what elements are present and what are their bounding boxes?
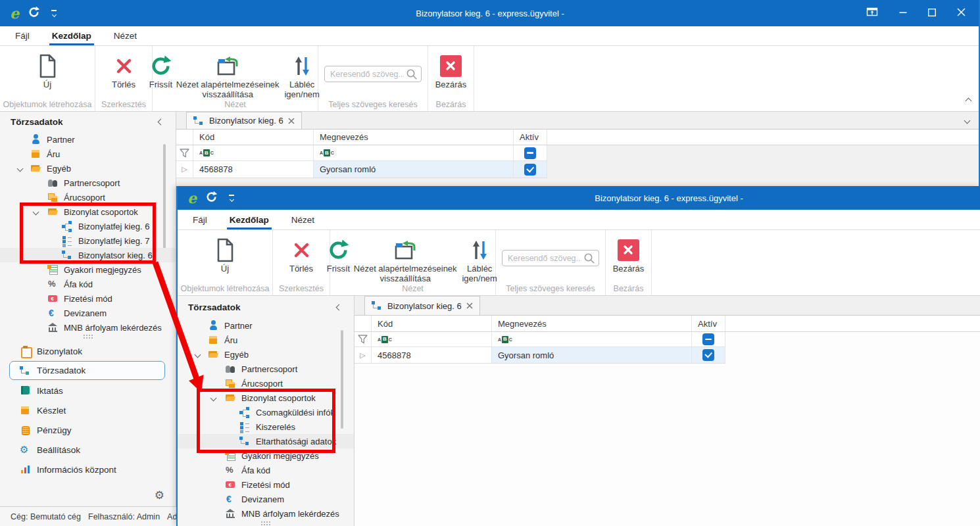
aktiv-checkbox[interactable] (702, 349, 714, 361)
expander-chevron-icon[interactable] (195, 351, 201, 358)
splitter-grip[interactable] (0, 333, 176, 339)
collapse-ribbon-icon[interactable] (966, 98, 972, 105)
ribbon-group-edit: Törlés Szerkesztés (95, 46, 153, 111)
nav-item[interactable]: Információs központ (0, 460, 176, 479)
close-button[interactable] (957, 7, 966, 19)
sidebar-title: Törzsadatok (11, 117, 63, 127)
chevron-down-icon[interactable] (964, 118, 971, 124)
quick-access-toolbar-dropdown-icon[interactable] (51, 10, 57, 16)
tree-item[interactable]: Bizonylatsor kieg. 6 (0, 248, 176, 262)
expander-chevron-icon[interactable] (33, 208, 39, 215)
tree-item-icon (239, 436, 251, 446)
ribbon-pin-icon[interactable] (866, 7, 878, 20)
tree-item[interactable]: MNB árfolyam lekérdezés (178, 506, 354, 519)
ribbon-group-view: Frissít Nézet alapértelmezéseinek vissza… (153, 46, 318, 111)
nav-item[interactable]: Pénzügy (0, 420, 176, 440)
tree-item[interactable]: Devizanem (178, 492, 354, 506)
quick-refresh-icon[interactable] (205, 191, 218, 206)
expander-chevron-icon[interactable] (17, 165, 24, 172)
ribbon-group-label: Objektumok létrehozása (0, 100, 95, 109)
tree-item[interactable]: Árucsoport (178, 376, 354, 391)
nav-item[interactable]: Beállítások (0, 440, 176, 460)
tree-item[interactable]: Devizanem (0, 306, 176, 320)
tab-file[interactable]: Fájl (4, 26, 41, 45)
grid-header-aktiv[interactable]: Aktív (692, 316, 725, 331)
tree-item[interactable]: Áfa kód (0, 277, 176, 291)
tree-item[interactable]: Fizetési mód (178, 477, 354, 492)
tree-item[interactable]: Bizonylatfej kieg. 7 (0, 233, 176, 248)
nav-item[interactable]: Bizonylatok (0, 341, 176, 361)
nav-item[interactable]: Iktatás (0, 381, 176, 400)
grid-header-kod[interactable]: Kód (372, 316, 492, 331)
tree-item[interactable]: Partner (0, 132, 176, 147)
sidebar-settings-gear-icon[interactable]: ⚙ (0, 484, 176, 506)
maximize-button[interactable] (928, 7, 936, 19)
tab-file[interactable]: Fájl (182, 210, 218, 229)
aktiv-filter-checkbox[interactable] (702, 333, 714, 345)
search-icon (406, 68, 418, 80)
tree-item[interactable]: Egyéb (0, 161, 176, 176)
grid-data-row[interactable]: ▷ 4568878 Gyorsan romló (355, 347, 725, 364)
tree-item[interactable]: Áru (178, 333, 354, 347)
cell-megnevezes[interactable]: Gyorsan romló (314, 161, 514, 178)
document-tab[interactable]: Bizonylatsor kieg. 6 (364, 296, 480, 315)
tree-item[interactable]: Gyakori megjegyzés (0, 262, 176, 277)
grid-header-row: Kód Megnevezés Aktív (355, 316, 980, 332)
tree-item[interactable]: Gyakori megjegyzés (178, 448, 354, 463)
grid-header-megnevezes[interactable]: Megnevezés (492, 316, 692, 331)
aktiv-filter-checkbox[interactable] (524, 147, 536, 159)
minimize-button[interactable] (899, 7, 907, 19)
search-icon (583, 252, 595, 264)
grid-data-row[interactable]: ▷ 4568878 Gyorsan romló (176, 161, 547, 178)
tree-item[interactable]: Partner (178, 318, 354, 333)
tree-item[interactable]: MNB árfolyam lekérdezés (0, 320, 176, 333)
tree-item[interactable]: Egyéb (178, 347, 354, 362)
grid-header-kod[interactable]: Kód (193, 130, 314, 145)
text-filter-icon (320, 149, 334, 156)
cell-kod[interactable]: 4568878 (193, 161, 314, 178)
tree-item[interactable]: Áru (0, 147, 176, 161)
sidebar-header: Törzsadatok (0, 112, 176, 132)
cell-kod[interactable]: 4568878 (372, 347, 492, 363)
aktiv-checkbox[interactable] (524, 164, 536, 176)
tree-item[interactable]: Eltarthatósági adatok (178, 434, 354, 448)
tree-item[interactable]: Bizonylat csoportok (178, 391, 354, 405)
nav-item[interactable]: Készlet (0, 400, 176, 420)
tree-item[interactable]: Csomagküldési infók (178, 405, 354, 419)
tab-close-icon[interactable] (288, 118, 295, 124)
nav-item[interactable]: Törzsadatok (9, 361, 165, 380)
tree-item[interactable]: Bizonylatfej kieg. 6 (0, 219, 176, 233)
splitter-grip[interactable] (178, 519, 354, 526)
tab-view[interactable]: Nézet (103, 26, 148, 45)
inner-title-bar: e Bizonylatsor kieg. 6 - express.ügyvite… (178, 186, 980, 210)
quick-refresh-icon[interactable] (28, 6, 40, 21)
tree-item[interactable]: Kiszerelés (178, 419, 354, 434)
filter-funnel-icon[interactable] (176, 145, 193, 160)
cell-megnevezes[interactable]: Gyorsan romló (492, 347, 692, 363)
tree-item-icon (47, 322, 59, 333)
tab-close-icon[interactable] (466, 302, 473, 309)
tab-view[interactable]: Nézet (280, 210, 326, 229)
expander-chevron-icon[interactable] (210, 394, 217, 401)
tree-item[interactable]: Bizonylat csoportok (0, 204, 176, 219)
collapse-sidebar-icon[interactable] (336, 304, 343, 310)
filter-funnel-icon[interactable] (355, 332, 372, 347)
tree-item[interactable]: Partnercsoport (178, 362, 354, 376)
tree-item[interactable]: Fizetési mód (0, 291, 176, 306)
tree-item[interactable]: Áfa kód (178, 463, 354, 477)
ribbon-group-label: Szerkesztés (95, 100, 152, 109)
row-indicator-icon: ▷ (360, 351, 365, 360)
tab-home[interactable]: Kezdőlap (41, 26, 103, 45)
grid-header-aktiv[interactable]: Aktív (514, 130, 547, 145)
tab-home[interactable]: Kezdőlap (218, 210, 280, 229)
tree-item[interactable]: Árucsoport (0, 190, 176, 204)
tree-item-icon (30, 149, 41, 159)
refresh-icon (149, 51, 172, 80)
reset-view-icon (393, 235, 418, 264)
quick-access-toolbar-dropdown-icon[interactable] (229, 195, 234, 201)
collapse-sidebar-icon[interactable] (158, 119, 164, 126)
new-document-icon (216, 235, 235, 264)
tree-item[interactable]: Partnercsoport (0, 176, 176, 190)
document-tab[interactable]: Bizonylatsor kieg. 6 (186, 112, 302, 129)
grid-header-megnevezes[interactable]: Megnevezés (314, 130, 514, 145)
